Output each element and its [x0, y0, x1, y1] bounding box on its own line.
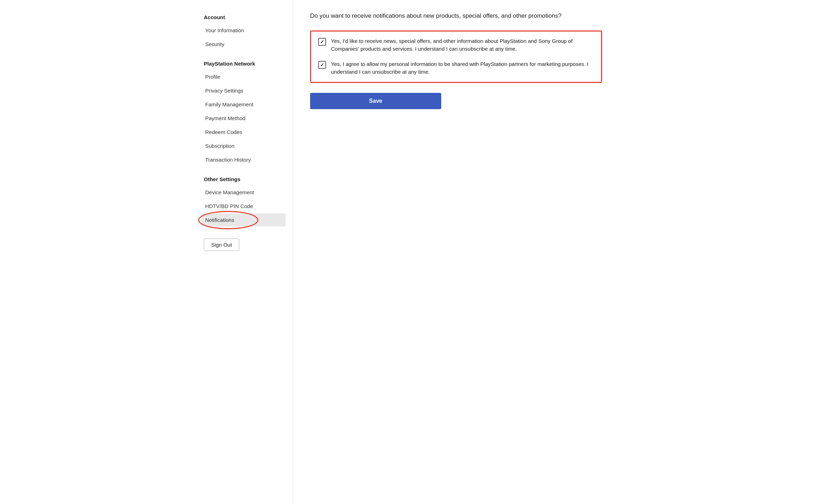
sidebar-item-notifications[interactable]: Notifications [201, 213, 286, 226]
checkbox-item-1: Yes, I'd like to receive news, special o… [318, 37, 594, 53]
checkbox-item-2: Yes, I agree to allow my personal inform… [318, 60, 594, 76]
sidebar-item-profile[interactable]: Profile [201, 70, 286, 83]
checkbox-group: Yes, I'd like to receive news, special o… [310, 30, 602, 83]
checkbox-2[interactable] [318, 61, 326, 69]
checkbox-2-label: Yes, I agree to allow my personal inform… [331, 60, 594, 76]
sidebar-item-subscription[interactable]: Subscription [201, 139, 286, 152]
checkbox-1[interactable] [318, 38, 326, 46]
checkbox-1-label: Yes, I'd like to receive news, special o… [331, 37, 594, 53]
other-heading: Other Settings [201, 176, 286, 182]
main-content: Do you want to receive notifications abo… [293, 0, 619, 504]
notifications-question: Do you want to receive notifications abo… [310, 11, 602, 21]
save-button[interactable]: Save [310, 93, 441, 109]
sidebar-item-privacy-settings[interactable]: Privacy Settings [201, 84, 286, 97]
sidebar-item-transaction-history[interactable]: Transaction History [201, 153, 286, 166]
sidebar-item-family-management[interactable]: Family Management [201, 98, 286, 111]
sidebar-item-payment-method[interactable]: Payment Method [201, 112, 286, 125]
sidebar-item-your-information[interactable]: Your Information [201, 24, 286, 37]
sidebar: Account Your Information Security PlaySt… [194, 0, 293, 504]
sidebar-item-redeem-codes[interactable]: Redeem Codes [201, 125, 286, 139]
sign-out-button[interactable]: Sign Out [204, 239, 239, 251]
psn-heading: PlayStation Network [201, 61, 286, 67]
sidebar-item-device-management[interactable]: Device Management [201, 186, 286, 199]
sidebar-item-security[interactable]: Security [201, 38, 286, 51]
account-heading: Account [201, 14, 286, 20]
sidebar-item-hdtv-pin[interactable]: HDTV/BD PIN Code [201, 200, 286, 213]
